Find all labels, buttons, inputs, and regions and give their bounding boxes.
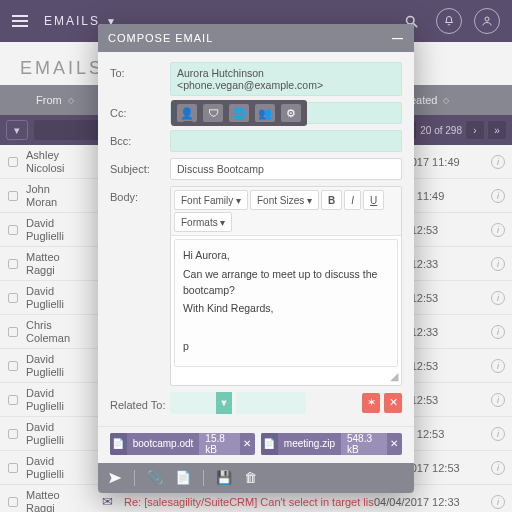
row-checkbox[interactable] [0, 361, 26, 371]
row-info-icon[interactable]: i [484, 461, 512, 475]
bcc-field[interactable] [170, 130, 402, 152]
related-record-field[interactable] [236, 392, 306, 414]
contact-globe-icon[interactable]: 🌐 [229, 104, 249, 122]
row-checkbox[interactable] [0, 225, 26, 235]
row-checkbox[interactable] [0, 463, 26, 473]
editor-toolbar: Font Family ▾ Font Sizes ▾ B I U Formats… [171, 187, 401, 236]
save-draft-icon[interactable]: 💾 [216, 470, 232, 485]
sort-icon: ◇ [443, 96, 449, 105]
send-icon[interactable] [108, 471, 122, 485]
row-from: DavidPuglielli [26, 217, 102, 241]
notifications-icon[interactable] [436, 8, 462, 34]
row-from: DavidPuglielli [26, 455, 102, 479]
related-action1-button[interactable]: ✶ [362, 393, 380, 413]
body-textarea[interactable]: Hi Aurora,Can we arrange to meet up to d… [174, 239, 398, 367]
attachment-chip: 📄 meeting.zip 548.3 kB ✕ [261, 433, 402, 455]
cc-field[interactable]: 👤 🛡 🌐 👥 ⚙ [170, 102, 402, 124]
related-type-field[interactable] [170, 392, 216, 414]
minimize-icon[interactable]: — [392, 32, 404, 44]
attachment-chip: 📄 bootcamp.odt 15.8 kB ✕ [110, 433, 255, 455]
pager-label: 20 of 298 [420, 125, 462, 136]
user-icon[interactable] [474, 8, 500, 34]
discard-icon[interactable]: 🗑 [244, 470, 257, 485]
row-from: MatteoRaggi [26, 251, 102, 275]
column-from[interactable]: From◇ [26, 94, 102, 106]
file-icon: 📄 [261, 433, 278, 455]
body-editor: Font Family ▾ Font Sizes ▾ B I U Formats… [170, 186, 402, 386]
row-info-icon[interactable]: i [484, 325, 512, 339]
to-field[interactable]: Aurora Hutchinson <phone.vegan@example.c… [170, 62, 402, 96]
contact-person-icon[interactable]: 👤 [177, 104, 197, 122]
sort-icon: ◇ [68, 96, 74, 105]
pager-last-icon[interactable]: » [488, 121, 506, 139]
row-info-icon[interactable]: i [484, 155, 512, 169]
subject-field[interactable]: Discuss Bootcamp [170, 158, 402, 180]
compose-title: COMPOSE EMAIL [108, 32, 213, 44]
row-checkbox[interactable] [0, 395, 26, 405]
pager-next-icon[interactable]: › [466, 121, 484, 139]
row-date: 04/04/2017 12:33 [374, 496, 484, 508]
row-info-icon[interactable]: i [484, 189, 512, 203]
select-all-checkbox[interactable]: ▾ [6, 120, 28, 140]
row-from: DavidPuglielli [26, 285, 102, 309]
to-label: To: [110, 62, 170, 79]
row-info-icon[interactable]: i [484, 359, 512, 373]
attachment-remove-icon[interactable]: ✕ [240, 438, 255, 449]
row-from: ChrisColeman [26, 319, 102, 343]
subject-label: Subject: [110, 158, 170, 175]
row-from: DavidPuglielli [26, 387, 102, 411]
attachments-bar: 📄 bootcamp.odt 15.8 kB ✕📄 meeting.zip 54… [98, 426, 414, 463]
attachment-size: 15.8 kB [199, 433, 239, 455]
row-checkbox[interactable] [0, 497, 26, 507]
contact-group-icon[interactable]: 👥 [255, 104, 275, 122]
row-info-icon[interactable]: i [484, 223, 512, 237]
related-type-dropdown-icon[interactable]: ▼ [216, 392, 232, 414]
svg-point-0 [406, 16, 414, 24]
row-subject[interactable]: Re: [salesagility/SuiteCRM] Can't select… [124, 496, 374, 508]
contact-gear-icon[interactable]: ⚙ [281, 104, 301, 122]
file-icon: 📄 [110, 433, 127, 455]
attach-icon[interactable]: 📎 [147, 470, 163, 485]
contact-shield-icon[interactable]: 🛡 [203, 104, 223, 122]
hamburger-icon[interactable] [12, 15, 28, 27]
related-label: Related To: [110, 394, 170, 411]
formats-dropdown[interactable]: Formats ▾ [174, 212, 232, 232]
cc-toolbar: 👤 🛡 🌐 👥 ⚙ [171, 100, 307, 126]
module-label[interactable]: EMAILS [44, 14, 100, 28]
row-checkbox[interactable] [0, 191, 26, 201]
row-from: DavidPuglielli [26, 353, 102, 377]
envelope-icon: ✉ [102, 494, 124, 509]
cc-label: Cc: [110, 102, 170, 119]
row-checkbox[interactable] [0, 293, 26, 303]
row-info-icon[interactable]: i [484, 393, 512, 407]
resize-handle-icon[interactable]: ◢ [171, 370, 401, 385]
attachment-name: bootcamp.odt [127, 438, 200, 449]
row-checkbox[interactable] [0, 429, 26, 439]
row-info-icon[interactable]: i [484, 257, 512, 271]
row-from: MatteoRaggi [26, 489, 102, 512]
attachment-size: 548.3 kB [341, 433, 387, 455]
row-from: JohnMoran [26, 183, 102, 207]
row-checkbox[interactable] [0, 259, 26, 269]
font-sizes-dropdown[interactable]: Font Sizes ▾ [250, 190, 319, 210]
bcc-label: Bcc: [110, 130, 170, 147]
compose-dialog: COMPOSE EMAIL — To: Aurora Hutchinson <p… [98, 24, 414, 493]
row-info-icon[interactable]: i [484, 291, 512, 305]
row-checkbox[interactable] [0, 157, 26, 167]
italic-button[interactable]: I [344, 190, 361, 210]
bold-button[interactable]: B [321, 190, 342, 210]
attachment-name: meeting.zip [278, 438, 341, 449]
svg-point-2 [485, 17, 489, 21]
row-info-icon[interactable]: i [484, 495, 512, 509]
related-clear-button[interactable]: ✕ [384, 393, 402, 413]
underline-button[interactable]: U [363, 190, 384, 210]
row-from: DavidPuglielli [26, 421, 102, 445]
body-label: Body: [110, 186, 170, 203]
row-from: AshleyNicolosi [26, 149, 102, 173]
compose-header[interactable]: COMPOSE EMAIL — [98, 24, 414, 52]
row-info-icon[interactable]: i [484, 427, 512, 441]
row-checkbox[interactable] [0, 327, 26, 337]
attachment-remove-icon[interactable]: ✕ [387, 438, 402, 449]
document-icon[interactable]: 📄 [175, 470, 191, 485]
font-family-dropdown[interactable]: Font Family ▾ [174, 190, 248, 210]
